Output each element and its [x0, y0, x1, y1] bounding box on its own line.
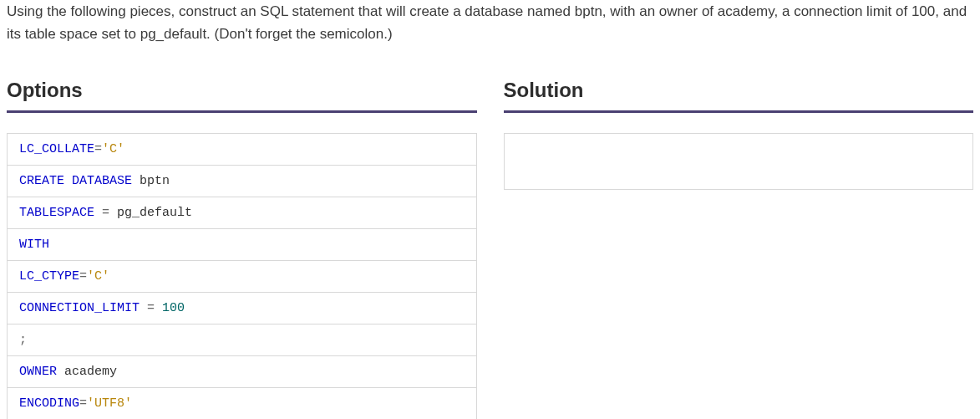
solution-column: Solution	[504, 79, 974, 419]
columns-wrapper: Options LC_COLLATE='C' CREATE DATABASE b…	[7, 79, 973, 419]
options-column: Options LC_COLLATE='C' CREATE DATABASE b…	[7, 79, 477, 419]
instruction-text: Using the following pieces, construct an…	[7, 0, 973, 45]
option-item[interactable]: WITH	[8, 229, 476, 261]
options-header: Options	[7, 79, 477, 113]
solution-header: Solution	[504, 79, 974, 113]
option-item[interactable]: ENCODING='UTF8'	[8, 388, 476, 419]
option-item[interactable]: ;	[8, 324, 476, 356]
option-item[interactable]: CONNECTION_LIMIT = 100	[8, 293, 476, 324]
option-item[interactable]: TABLESPACE = pg_default	[8, 197, 476, 229]
option-item[interactable]: LC_CTYPE='C'	[8, 261, 476, 293]
options-list: LC_COLLATE='C' CREATE DATABASE bptn TABL…	[7, 133, 477, 419]
option-item[interactable]: OWNER academy	[8, 356, 476, 388]
option-item[interactable]: LC_COLLATE='C'	[8, 134, 476, 166]
solution-dropzone[interactable]	[504, 133, 974, 190]
option-item[interactable]: CREATE DATABASE bptn	[8, 166, 476, 197]
